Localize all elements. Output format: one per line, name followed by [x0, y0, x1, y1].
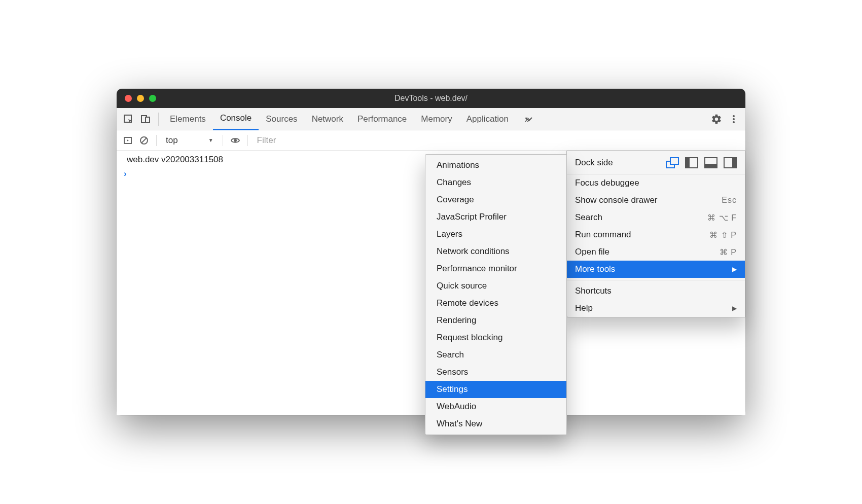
- menu-item-focus-debuggee[interactable]: Focus debuggee: [567, 174, 745, 192]
- menu-item-open-file[interactable]: Open file⌘ P: [567, 243, 745, 261]
- menu-item-shortcut: ⌘ ⌥ F: [707, 213, 737, 223]
- menu-item-label: Open file: [575, 247, 609, 257]
- separator: [156, 135, 157, 146]
- dock-side-row: Dock side: [567, 151, 745, 174]
- menu-item-label: Shortcuts: [575, 286, 612, 296]
- dock-bottom-icon[interactable]: [704, 157, 717, 168]
- live-expression-eye-icon[interactable]: [227, 132, 243, 149]
- devtools-window: DevTools - web.dev/ ElementsConsoleSourc…: [117, 89, 745, 415]
- separator: [158, 113, 159, 126]
- inspect-element-icon[interactable]: [120, 111, 137, 128]
- submenu-item-request-blocking[interactable]: Request blocking: [425, 329, 566, 346]
- menu-divider: [567, 280, 745, 280]
- dock-left-icon[interactable]: [685, 157, 698, 168]
- menu-item-label: Focus debuggee: [575, 178, 639, 188]
- svg-rect-2: [146, 117, 150, 123]
- submenu-item-settings[interactable]: Settings: [425, 381, 566, 398]
- main-menu: Dock side Focus debuggeeShow console dra…: [566, 151, 745, 317]
- menu-item-shortcut: Esc: [722, 196, 737, 205]
- titlebar: DevTools - web.dev/: [117, 89, 745, 108]
- chevron-down-icon: ▼: [208, 137, 213, 143]
- svg-point-9: [234, 139, 237, 142]
- more-tabs-button[interactable]: »: [519, 111, 536, 128]
- separator: [223, 135, 223, 146]
- tab-network[interactable]: Network: [305, 108, 350, 130]
- svg-point-4: [733, 118, 735, 120]
- submenu-item-animations[interactable]: Animations: [425, 157, 566, 174]
- clear-console-icon[interactable]: [136, 132, 152, 149]
- submenu-arrow-icon: ▶: [732, 305, 737, 312]
- menu-item-shortcut: ⌘ P: [720, 247, 737, 257]
- sidebar-toggle-icon[interactable]: [120, 132, 136, 149]
- menu-item-label: Run command: [575, 230, 631, 240]
- menu-item-more-tools[interactable]: More tools▶: [567, 261, 745, 278]
- dock-side-label: Dock side: [575, 158, 660, 168]
- dock-right-icon[interactable]: [724, 157, 737, 168]
- submenu-item-search[interactable]: Search: [425, 346, 566, 364]
- context-selector[interactable]: top ▼: [161, 133, 219, 148]
- kebab-menu-icon[interactable]: [725, 111, 742, 128]
- svg-line-8: [141, 138, 147, 143]
- submenu-item-remote-devices[interactable]: Remote devices: [425, 295, 566, 312]
- menu-item-label: Help: [575, 303, 593, 313]
- menu-item-shortcut: ⌘ ⇧ P: [709, 230, 737, 240]
- window-title: DevTools - web.dev/: [117, 94, 745, 103]
- submenu-arrow-icon: ▶: [732, 266, 737, 273]
- tab-memory[interactable]: Memory: [414, 108, 459, 130]
- menu-item-label: Show console drawer: [575, 195, 658, 205]
- menu-item-run-command[interactable]: Run command⌘ ⇧ P: [567, 226, 745, 243]
- submenu-item-quick-source[interactable]: Quick source: [425, 277, 566, 295]
- submenu-item-javascript-profiler[interactable]: JavaScript Profiler: [425, 208, 566, 226]
- submenu-item-layers[interactable]: Layers: [425, 226, 566, 243]
- minimize-window-button[interactable]: [137, 95, 144, 102]
- window-controls: [117, 95, 156, 102]
- submenu-item-network-conditions[interactable]: Network conditions: [425, 243, 566, 260]
- main-tabbar: ElementsConsoleSourcesNetworkPerformance…: [117, 108, 745, 130]
- svg-point-5: [733, 121, 735, 123]
- tab-performance[interactable]: Performance: [350, 108, 414, 130]
- context-selector-value: top: [166, 135, 178, 146]
- tab-application[interactable]: Application: [459, 108, 516, 130]
- settings-gear-icon[interactable]: [708, 111, 725, 128]
- menu-item-label: Search: [575, 212, 602, 223]
- svg-point-3: [733, 115, 735, 117]
- menu-item-help[interactable]: Help▶: [567, 300, 745, 317]
- submenu-item-performance-monitor[interactable]: Performance monitor: [425, 260, 566, 277]
- device-toolbar-icon[interactable]: [137, 111, 154, 128]
- submenu-item-coverage[interactable]: Coverage: [425, 191, 566, 208]
- tab-sources[interactable]: Sources: [259, 108, 304, 130]
- separator: [247, 135, 248, 146]
- menu-item-shortcuts[interactable]: Shortcuts: [567, 282, 745, 300]
- dock-undock-icon[interactable]: [666, 157, 679, 168]
- submenu-item-sensors[interactable]: Sensors: [425, 364, 566, 381]
- close-window-button[interactable]: [125, 95, 132, 102]
- tab-elements[interactable]: Elements: [163, 108, 213, 130]
- submenu-item-what-s-new[interactable]: What's New: [425, 415, 566, 433]
- submenu-item-changes[interactable]: Changes: [425, 174, 566, 191]
- filter-input[interactable]: [252, 133, 742, 148]
- more-tools-submenu: AnimationsChangesCoverageJavaScript Prof…: [425, 154, 567, 435]
- submenu-item-webaudio[interactable]: WebAudio: [425, 398, 566, 415]
- console-toolbar: top ▼: [117, 130, 745, 151]
- menu-item-search[interactable]: Search⌘ ⌥ F: [567, 209, 745, 226]
- submenu-item-rendering[interactable]: Rendering: [425, 312, 566, 329]
- console-body: web.dev v202003311508 › Dock side Focus …: [117, 151, 745, 415]
- menu-item-label: More tools: [575, 264, 615, 274]
- menu-item-show-console-drawer[interactable]: Show console drawerEsc: [567, 192, 745, 209]
- tab-console[interactable]: Console: [213, 108, 259, 130]
- zoom-window-button[interactable]: [149, 95, 156, 102]
